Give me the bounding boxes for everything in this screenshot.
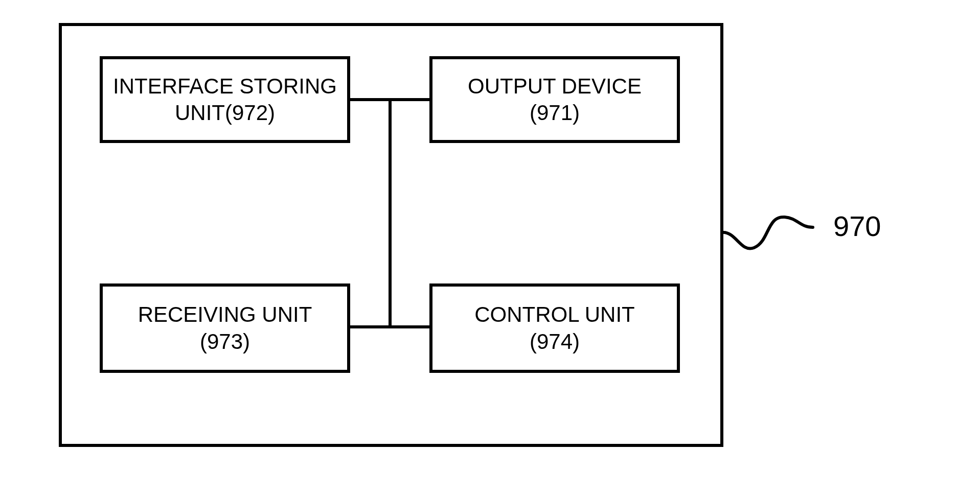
block-receiving-unit: RECEIVING UNIT (973) [100,283,350,373]
reference-number: 970 [833,209,881,243]
block-label-line2: (974) [530,328,580,356]
block-interface-storing-unit: INTERFACE STORING UNIT(972) [100,56,350,143]
block-label-line2: (971) [530,100,580,127]
block-label-line2: (973) [200,328,250,356]
block-label-line1: RECEIVING UNIT [138,301,312,328]
block-label-line1: OUTPUT DEVICE [468,73,642,100]
diagram-canvas: INTERFACE STORING UNIT(972) OUTPUT DEVIC… [0,0,980,497]
block-label-line1: INTERFACE STORING [113,73,337,100]
connector-vertical-trunk [389,98,392,328]
block-output-device: OUTPUT DEVICE (971) [429,56,680,143]
block-label-line1: CONTROL UNIT [474,301,634,328]
reference-lead-line [723,204,826,266]
block-label-line2: UNIT(972) [175,100,275,127]
block-control-unit: CONTROL UNIT (974) [429,283,680,373]
